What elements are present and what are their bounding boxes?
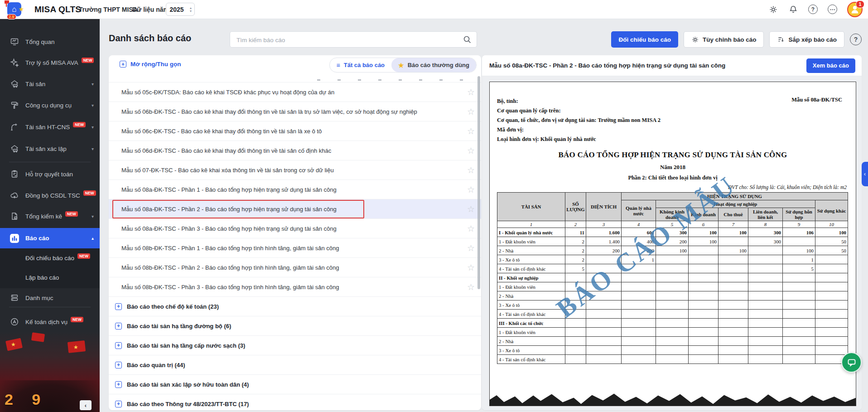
- search-icon[interactable]: [463, 35, 472, 44]
- report-name: Mẫu số 06b-ĐK-TSC - Báo cáo kê khai thay…: [121, 108, 417, 115]
- star-icon: ★: [398, 62, 404, 69]
- expand-plus-icon[interactable]: +: [115, 381, 122, 388]
- report-list-item[interactable]: Mẫu số 08a-ĐK-TSC - Phần 1 - Báo cáo tổn…: [109, 180, 481, 199]
- notifications-bell-icon[interactable]: [788, 5, 798, 15]
- report-list-item[interactable]: Mẫu số 07-ĐK-TSC - Báo cáo kê khai xóa t…: [109, 160, 481, 180]
- sidebar-subitem-lap-bao-cao[interactable]: Lập báo cáo: [0, 268, 100, 287]
- report-list-item[interactable]: Mẫu số 06b-ĐK-TSC - Báo cáo kê khai thay…: [109, 102, 481, 121]
- sidebar-collapse-button[interactable]: ‹: [80, 400, 92, 410]
- sidebar-item-tong-kiem-ke[interactable]: Tổng kiểm kê NEW ▾: [0, 207, 100, 225]
- more-ellipsis-icon[interactable]: ⋯: [828, 5, 837, 14]
- expand-plus-icon[interactable]: +: [115, 303, 122, 310]
- paint-roller-icon: [10, 101, 19, 110]
- customize-reports-button[interactable]: Tùy chỉnh báo cáo: [684, 31, 764, 48]
- sidebar-item-tai-san[interactable]: Tài sản ▾: [0, 75, 100, 93]
- view-report-button[interactable]: Xem báo cáo: [806, 58, 855, 73]
- report-name: Mẫu số 08b-ĐK-TSC - Phần 1 - Báo cáo tổn…: [121, 245, 339, 252]
- filter-all-reports[interactable]: ≡ Tất cả báo cáo: [330, 58, 391, 72]
- asset-house-icon: [10, 79, 19, 88]
- report-list-item[interactable]: Mẫu số 08b-ĐK-TSC - Phần 3 - Báo cáo tổn…: [109, 277, 481, 297]
- report-list-item[interactable]: Mẫu số 06d-ĐK-TSC - Báo cáo kê khai thay…: [109, 141, 481, 160]
- clipped-report-row[interactable]: [109, 74, 481, 82]
- favorite-star-icon[interactable]: ☆: [467, 126, 475, 136]
- report-group-item[interactable]: + Báo cáo tài sản xác lập sở hữu toàn dâ…: [109, 375, 481, 394]
- sidebar-item-dong-bo-csdl[interactable]: Đồng bộ CSDL TSC NEW: [0, 186, 100, 204]
- compare-reports-button[interactable]: Đối chiếu báo cáo: [611, 31, 678, 48]
- favorite-star-icon[interactable]: ☆: [467, 262, 475, 273]
- sidebar-item-bao-cao[interactable]: Báo cáo ▴: [0, 228, 100, 248]
- report-list: Mẫu số 05c-ĐK/TSDA: Báo cáo kê khai TSCĐ…: [109, 82, 481, 297]
- sidebar-item-ho-tro-quyet-toan[interactable]: Hỗ trợ quyết toán: [0, 165, 100, 183]
- report-group-item[interactable]: + Báo cáo theo Thông tư 48/2023/TT-BTC (…: [109, 394, 481, 412]
- report-table: TÀI SẢN SỐ LƯỢNG DIỆN TÍCH HIỆN TRẠNG SỬ…: [497, 192, 848, 364]
- notification-count-badge: 1: [856, 0, 864, 8]
- favorite-star-icon[interactable]: ☆: [467, 223, 475, 234]
- expand-plus-icon[interactable]: +: [115, 401, 122, 407]
- sidebar-item-tai-san-ht-cns[interactable]: Tài sản HT-CNS NEW ▾: [0, 118, 100, 136]
- document-header-line: Cơ quan, tổ chức, đơn vị sử dụng tài sản…: [497, 116, 849, 125]
- year-down-icon[interactable]: ▼: [189, 10, 193, 13]
- new-badge: NEW: [82, 58, 94, 63]
- dashboard-monitor-icon: [10, 37, 19, 46]
- favorite-star-icon[interactable]: ☆: [467, 184, 475, 195]
- organization-name[interactable]: Trường THPT MISA: [79, 6, 138, 13]
- new-badge: NEW: [83, 190, 96, 196]
- sidebar-item-tro-ly-so[interactable]: Trợ lý số MISA AVA NEW: [0, 53, 100, 72]
- search-input[interactable]: [236, 32, 459, 48]
- favorite-star-icon[interactable]: ☆: [467, 243, 475, 253]
- report-search[interactable]: [230, 31, 477, 48]
- report-list-item[interactable]: Mẫu số 05c-ĐK/TSDA: Báo cáo kê khai TSCĐ…: [109, 82, 481, 102]
- year-value[interactable]: 2025: [166, 6, 187, 13]
- report-list-item[interactable]: Mẫu số 08b-ĐK-TSC - Phần 1 - Báo cáo tổn…: [109, 238, 481, 258]
- report-group-item[interactable]: + Báo cáo theo chế độ kế toán (23): [109, 297, 481, 316]
- report-group-item[interactable]: + Báo cáo quản trị (44): [109, 355, 481, 375]
- report-list-item[interactable]: Mẫu số 08b-ĐK-TSC - Phần 2 - Báo cáo tổn…: [109, 258, 481, 277]
- new-badge: NEW: [71, 317, 83, 322]
- preview-scroll-area[interactable]: Mẫu số 08a-ĐK/TSC Bộ, tỉnh:Cơ quan quản …: [482, 76, 862, 410]
- favorite-star-icon[interactable]: ☆: [467, 107, 475, 117]
- user-avatar[interactable]: 1: [847, 2, 863, 17]
- sidebar-item-tai-san-xac-lap[interactable]: Tài sản xác lập ▾: [0, 140, 100, 158]
- sidebar-item-tong-quan[interactable]: Tổng quan: [0, 33, 100, 51]
- sidebar-subitem-doi-chieu-bao-cao[interactable]: Đối chiếu báo cáo NEW: [0, 248, 100, 268]
- expand-plus-icon[interactable]: +: [115, 362, 122, 368]
- report-name: Mẫu số 08a-ĐK-TSC - Phần 3 - Báo cáo tổn…: [121, 225, 337, 232]
- report-list-item[interactable]: Mẫu số 08a-ĐK-TSC - Phần 3 - Báo cáo tổn…: [109, 219, 481, 238]
- favorite-star-icon[interactable]: ☆: [467, 87, 475, 97]
- gear-icon: [691, 36, 699, 44]
- report-group-item[interactable]: + Báo cáo tài sản hạ tầng cấp nước sạch …: [109, 336, 481, 355]
- report-list-item[interactable]: Mẫu số 06c-ĐK-TSC - Báo cáo kê khai thay…: [109, 121, 481, 141]
- sidebar-item-danh-muc[interactable]: Danh mục: [0, 289, 100, 307]
- pipe-icon: [10, 122, 19, 131]
- favorite-star-icon[interactable]: ☆: [467, 145, 475, 156]
- favorite-star-icon[interactable]: ☆: [467, 165, 475, 175]
- panel-collapse-tab[interactable]: ‹: [862, 162, 868, 186]
- help-question-icon[interactable]: ?: [808, 5, 818, 14]
- sort-reports-button[interactable]: Sắp xếp báo cáo: [769, 31, 844, 48]
- chevron-down-icon: ▾: [92, 125, 94, 130]
- favorite-star-icon[interactable]: ☆: [467, 204, 475, 214]
- favorite-star-icon[interactable]: ☆: [467, 282, 475, 292]
- support-chat-button[interactable]: [841, 352, 862, 373]
- year-up-icon[interactable]: ▲: [189, 6, 193, 10]
- help-question-icon[interactable]: ?: [850, 34, 862, 45]
- sidebar-item-ke-toan-dich-vu[interactable]: Kế toán dịch vụ NEW: [0, 313, 100, 331]
- report-name: Mẫu số 08a-ĐK-TSC - Phần 2 - Báo cáo tổn…: [121, 206, 337, 213]
- chevron-down-icon: ▾: [92, 82, 94, 87]
- report-group-item[interactable]: + Báo cáo tài sản hạ tầng đường bộ (6): [109, 316, 481, 336]
- flag-star-icon: ★: [73, 344, 78, 350]
- year-stepper[interactable]: 2025 ▲ ▼: [166, 3, 195, 16]
- page-title: Danh sách báo cáo: [109, 33, 191, 44]
- expand-collapse-link[interactable]: + Mở rộng/Thu gọn: [120, 61, 181, 68]
- list-scrollbar-thumb[interactable]: [477, 76, 480, 289]
- asset-house-icon: [10, 144, 19, 153]
- document-header-block: Bộ, tỉnh:Cơ quan quản lý cấp trên:Cơ qua…: [497, 97, 849, 144]
- preview-title: Mẫu số 08a-ĐK-TSC - Phần 2 - Báo cáo tổn…: [489, 62, 725, 69]
- expand-plus-icon[interactable]: +: [115, 323, 122, 330]
- filter-favorite-reports[interactable]: ★ Báo cáo thường dùng: [391, 58, 476, 72]
- sidebar-item-cong-cu-dung-cu[interactable]: Công cụ dụng cụ ▾: [0, 96, 100, 114]
- expand-plus-icon[interactable]: +: [115, 342, 122, 349]
- settings-gear-icon[interactable]: [768, 5, 778, 15]
- report-list-item[interactable]: Mẫu số 08a-ĐK-TSC - Phần 2 - Báo cáo tổn…: [109, 199, 481, 219]
- report-group-list: + Báo cáo theo chế độ kế toán (23) + Báo…: [109, 297, 481, 412]
